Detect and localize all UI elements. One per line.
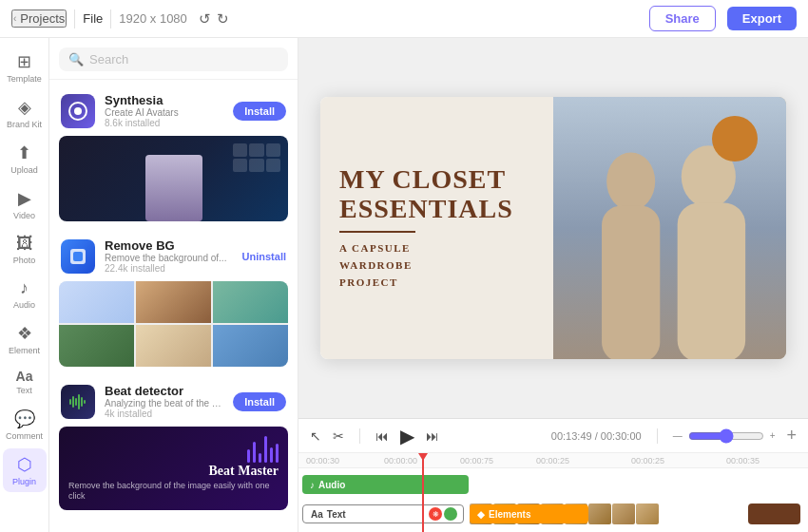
avatar-thumb-7 bbox=[612, 504, 635, 524]
undo-button[interactable]: ↺ bbox=[199, 10, 211, 28]
add-track-button[interactable]: + bbox=[786, 426, 797, 446]
svg-rect-8 bbox=[81, 397, 83, 407]
text-icon: Aa bbox=[16, 369, 33, 384]
canvas-area: MY CLOSET ESSENTIALS A CAPSULE WARDROBE … bbox=[298, 38, 808, 532]
sidebar-item-audio[interactable]: ♪ Audio bbox=[3, 273, 47, 315]
sidebar-item-plugin[interactable]: ⬡ Plugin bbox=[3, 448, 47, 492]
main-area: ⊞ Template ◈ Brand Kit ⬆ Upload ▶ Video … bbox=[0, 38, 808, 532]
orange-circle-decoration bbox=[712, 116, 758, 162]
select-tool-button[interactable]: ↖ bbox=[310, 428, 321, 444]
fast-forward-button[interactable]: ⏭ bbox=[426, 428, 439, 444]
beatdetector-name: Beat detector bbox=[105, 384, 223, 398]
ruler-mark-3: 00:00:25 bbox=[536, 456, 569, 466]
text-elements-row: Aa Text ❋ bbox=[298, 501, 808, 527]
zoom-slider[interactable] bbox=[688, 428, 764, 444]
design-canvas: MY CLOSET ESSENTIALS A CAPSULE WARDROBE … bbox=[320, 97, 786, 359]
synth-cell-2 bbox=[249, 143, 263, 157]
svg-rect-14 bbox=[678, 202, 745, 359]
synthesia-desc: Create AI Avatars bbox=[105, 107, 223, 118]
svg-rect-6 bbox=[75, 398, 77, 406]
timeline: ↖ ✂ ⏮ ▶ ⏭ 00:13:49 / 00:30:00 — + bbox=[298, 418, 808, 532]
play-button[interactable]: ▶ bbox=[400, 425, 414, 447]
removebg-cell-6 bbox=[213, 325, 288, 367]
zoom-control: — + bbox=[673, 428, 776, 444]
icon-sidebar: ⊞ Template ◈ Brand Kit ⬆ Upload ▶ Video … bbox=[0, 38, 49, 532]
ruler-mark-4: 00:00:25 bbox=[631, 456, 664, 466]
svg-rect-3 bbox=[73, 252, 83, 261]
total-time: 00:30:00 bbox=[601, 430, 642, 442]
synth-cell-1 bbox=[233, 143, 247, 157]
beatdetector-install-button[interactable]: Install bbox=[233, 392, 286, 411]
beatdetector-desc: Analyzing the beat of the mu... bbox=[105, 398, 223, 408]
canvas-subtitle-line1: A CAPSULE bbox=[339, 240, 558, 257]
share-button[interactable]: Share bbox=[649, 6, 716, 31]
track-rows: ♪ Audio bbox=[298, 468, 808, 532]
synth-cell-5 bbox=[249, 159, 263, 172]
sidebar-item-video[interactable]: ▶ Video bbox=[3, 182, 47, 226]
audio-track[interactable]: ♪ Audio bbox=[302, 475, 469, 494]
audio-note-icon: ♪ bbox=[310, 480, 315, 490]
export-button[interactable]: Export bbox=[727, 7, 797, 30]
redo-button[interactable]: ↻ bbox=[217, 10, 229, 28]
ruler-mark-1: 00:00:00 bbox=[384, 456, 417, 466]
synth-cell-4 bbox=[233, 159, 247, 172]
text-track[interactable]: Aa Text ❋ bbox=[302, 504, 464, 523]
search-input[interactable] bbox=[89, 52, 279, 66]
zoom-in-icon: + bbox=[770, 430, 776, 441]
removebg-uninstall-button[interactable]: Uninstall bbox=[242, 251, 286, 262]
beatmaster-preview: Beat Master Remove the background of the… bbox=[59, 427, 288, 510]
search-box[interactable]: 🔍 bbox=[59, 48, 288, 71]
top-bar: ‹ Projects File 1920 x 1080 ↺ ↻ Share Ex… bbox=[0, 0, 808, 38]
plugin-icon: ⬡ bbox=[17, 454, 32, 475]
canvas-title-line2: ESSENTIALS bbox=[339, 194, 513, 223]
comment-icon: 💬 bbox=[14, 408, 35, 429]
beatdetector-logo-icon bbox=[67, 391, 88, 412]
canvas-left-panel: MY CLOSET ESSENTIALS A CAPSULE WARDROBE … bbox=[320, 97, 577, 359]
sidebar-item-template[interactable]: ⊞ Template bbox=[3, 46, 47, 89]
synthesia-name: Synthesia bbox=[105, 93, 223, 107]
projects-button[interactable]: ‹ Projects bbox=[11, 10, 67, 28]
synthesia-installs: 8.6k installed bbox=[105, 118, 223, 128]
removebg-cell-3 bbox=[213, 281, 288, 323]
sidebar-item-comment[interactable]: 💬 Comment bbox=[3, 403, 47, 446]
ruler: 00:00:30 00:00:00 00:00:75 00:00:25 00:0… bbox=[298, 453, 808, 468]
timeline-content: 00:00:30 00:00:00 00:00:75 00:00:25 00:0… bbox=[298, 453, 808, 532]
upload-icon: ⬆ bbox=[17, 142, 31, 163]
rewind-button[interactable]: ⏮ bbox=[375, 428, 389, 444]
cut-tool-button[interactable]: ✂ bbox=[333, 428, 344, 444]
ruler-mark-2: 00:00:75 bbox=[460, 456, 493, 466]
svg-rect-9 bbox=[84, 400, 86, 404]
text-aa-icon: Aa bbox=[311, 509, 323, 520]
sidebar-item-text[interactable]: Aa Text bbox=[3, 363, 47, 401]
beat-master-desc: Remove the background of the image easil… bbox=[68, 481, 279, 503]
avatar-thumb-8 bbox=[636, 504, 659, 524]
svg-rect-5 bbox=[72, 396, 74, 408]
synth-cell-3 bbox=[266, 143, 280, 157]
canvas-title-line1: MY CLOSET bbox=[339, 164, 506, 194]
file-label[interactable]: File bbox=[83, 11, 103, 26]
sidebar-item-element[interactable]: ❖ Element bbox=[3, 317, 47, 361]
canvas-divider bbox=[339, 231, 415, 233]
sidebar-item-upload[interactable]: ⬆ Upload bbox=[3, 137, 47, 180]
sidebar-item-brandkit[interactable]: ◈ Brand Kit bbox=[3, 91, 47, 135]
removebg-cell-2 bbox=[136, 281, 211, 323]
sidebar-item-photo[interactable]: 🖼 Photo bbox=[3, 228, 47, 271]
divider2 bbox=[110, 10, 111, 28]
timeline-time-display: 00:13:49 / 00:30:00 bbox=[551, 430, 642, 442]
removebg-installs: 22.4k installed bbox=[105, 263, 233, 274]
synthesia-person-preview bbox=[145, 155, 202, 221]
removebg-cell-5 bbox=[136, 325, 211, 367]
synthesia-install-button[interactable]: Install bbox=[233, 102, 286, 121]
element-icon: ❖ bbox=[17, 323, 32, 344]
synthesia-logo-icon bbox=[67, 101, 88, 122]
removebg-icon bbox=[61, 239, 95, 274]
indicator-2 bbox=[444, 507, 457, 521]
synth-cell-6 bbox=[266, 159, 280, 172]
playhead-marker bbox=[418, 453, 428, 461]
chevron-left-icon: ‹ bbox=[13, 13, 16, 24]
photo-icon: 🖼 bbox=[16, 234, 33, 254]
text-label: Text bbox=[327, 509, 346, 520]
elements-track[interactable]: ◆ Elements bbox=[470, 504, 588, 523]
beat-master-title: Beat Master bbox=[209, 464, 279, 479]
svg-point-1 bbox=[74, 107, 82, 115]
